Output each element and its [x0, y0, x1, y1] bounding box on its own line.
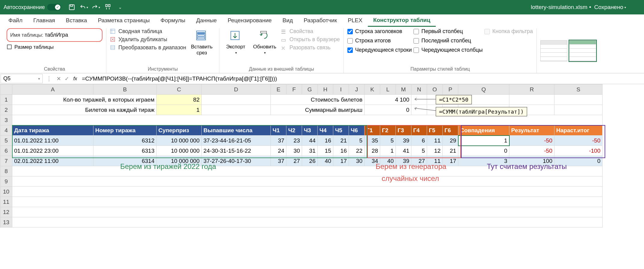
table-header[interactable]: Г5: [427, 125, 443, 136]
cell[interactable]: 31: [302, 146, 318, 156]
row-header[interactable]: 7: [0, 156, 12, 166]
refresh-button[interactable]: Обновить▾: [250, 28, 279, 56]
cell[interactable]: Суммарный выигрыш: [271, 105, 365, 115]
cell[interactable]: 26: [302, 156, 318, 166]
table-header[interactable]: Ч1: [271, 125, 286, 136]
pivot-table-button[interactable]: Сводная таблица: [110, 28, 186, 35]
cell[interactable]: 6313: [93, 146, 157, 156]
last-col-check[interactable]: Последний столбец: [414, 38, 483, 44]
cell[interactable]: Стоимость билетов: [271, 95, 365, 105]
cell[interactable]: 24-30-31-15-16-22: [202, 146, 271, 156]
style-thumb[interactable]: [540, 40, 567, 61]
tab-review[interactable]: Рецензирование: [222, 15, 277, 26]
col-header[interactable]: N: [411, 84, 427, 95]
col-header[interactable]: H: [318, 84, 333, 95]
cell[interactable]: 21: [333, 136, 349, 146]
cell[interactable]: 16: [333, 146, 349, 156]
table-header[interactable]: Г2: [380, 125, 396, 136]
cell[interactable]: 6: [411, 136, 427, 146]
cell[interactable]: 10 000 000: [157, 146, 202, 156]
col-header[interactable]: D: [202, 84, 271, 95]
cell[interactable]: 12: [427, 146, 443, 156]
row-header[interactable]: 11: [0, 197, 12, 207]
table-styles-gallery[interactable]: [540, 28, 596, 73]
row-header[interactable]: 6: [0, 146, 12, 156]
cell[interactable]: 24: [271, 146, 286, 156]
table-header[interactable]: Ч4: [318, 125, 333, 136]
table-header[interactable]: Ч3: [302, 125, 318, 136]
table-header[interactable]: Дата тиража: [12, 125, 93, 136]
cell[interactable]: 41: [396, 146, 411, 156]
cell[interactable]: 15: [318, 146, 333, 156]
cell[interactable]: 44: [302, 136, 318, 146]
cell[interactable]: 6312: [93, 136, 157, 146]
cell[interactable]: 35: [365, 136, 380, 146]
row-header[interactable]: 2: [0, 105, 12, 115]
cell[interactable]: 11: [427, 136, 443, 146]
col-header[interactable]: K: [365, 84, 380, 95]
cell[interactable]: 5: [411, 146, 427, 156]
col-header[interactable]: B: [93, 84, 157, 95]
col-header[interactable]: I: [333, 84, 349, 95]
row-header[interactable]: 5: [0, 136, 12, 146]
row-header[interactable]: 4: [0, 125, 12, 136]
row-header[interactable]: 12: [0, 207, 12, 217]
cell[interactable]: 10 000 000: [157, 136, 202, 146]
row-header[interactable]: 1: [0, 95, 12, 105]
spreadsheet-grid[interactable]: ABCD EFGHIJ KLMNOP QRS 1 Кол-во тиражей,…: [0, 84, 644, 228]
cell[interactable]: 39: [396, 136, 411, 146]
export-button[interactable]: Экспорт▾: [223, 28, 248, 56]
row-header[interactable]: 8: [0, 166, 12, 176]
table-header[interactable]: Номер тиража: [93, 125, 157, 136]
table-header[interactable]: Нараст.итог: [554, 125, 603, 136]
col-header[interactable]: S: [554, 84, 603, 95]
table-header[interactable]: Выпавшие числа: [202, 125, 271, 136]
table-header[interactable]: Ч6: [349, 125, 365, 136]
cell[interactable]: 40: [318, 156, 333, 166]
cell[interactable]: 82: [157, 95, 202, 105]
tab-file[interactable]: Файл: [3, 15, 28, 26]
cell[interactable]: 30: [349, 156, 365, 166]
tab-view[interactable]: Вид: [277, 15, 298, 26]
undo-icon[interactable]: ▾: [80, 3, 88, 11]
tab-table-design[interactable]: Конструктор таблиц: [368, 14, 436, 27]
table-header[interactable]: Ч5: [333, 125, 349, 136]
cell[interactable]: 0: [365, 105, 411, 115]
table-header[interactable]: Результат: [509, 125, 554, 136]
table-header[interactable]: Ч2: [286, 125, 302, 136]
insert-slicer-button[interactable]: Вставить срез: [188, 28, 215, 57]
qat-dropdown-icon[interactable]: ⌄: [116, 3, 124, 11]
cell[interactable]: 30: [286, 146, 302, 156]
col-header[interactable]: F: [286, 84, 302, 95]
cell[interactable]: Кол-во тиражей, в которых играем: [12, 95, 157, 105]
cell[interactable]: [202, 95, 271, 105]
cell-selected[interactable]: 1: [458, 136, 509, 146]
tab-layout[interactable]: Разметка страницы: [93, 15, 155, 26]
cell[interactable]: 02.01.2022 11:00: [12, 156, 93, 166]
tab-developer[interactable]: Разработчик: [298, 15, 342, 26]
touch-mode-icon[interactable]: [104, 3, 112, 11]
table-name-input[interactable]: [45, 31, 99, 39]
confirm-icon[interactable]: ✓: [63, 75, 71, 82]
col-header[interactable]: G: [302, 84, 318, 95]
tab-plex[interactable]: PLEX: [342, 15, 368, 26]
save-icon[interactable]: [68, 3, 76, 11]
row-header[interactable]: 13: [0, 217, 12, 228]
cell[interactable]: 27: [286, 156, 302, 166]
row-header[interactable]: 3: [0, 115, 12, 125]
cell[interactable]: 5: [349, 136, 365, 146]
header-row-check[interactable]: Строка заголовков: [347, 28, 412, 35]
row-header[interactable]: 10: [0, 187, 12, 197]
table-header[interactable]: Г6: [443, 125, 458, 136]
select-all[interactable]: [0, 84, 12, 95]
cell[interactable]: 5: [380, 136, 396, 146]
table-header[interactable]: Совпадения: [458, 125, 509, 136]
col-header[interactable]: P: [443, 84, 458, 95]
cell[interactable]: 1: [157, 105, 202, 115]
cell[interactable]: -100: [554, 146, 603, 156]
table-header[interactable]: Суперприз: [157, 125, 202, 136]
tab-insert[interactable]: Вставка: [60, 15, 93, 26]
fx-icon[interactable]: fx: [71, 76, 79, 81]
resize-table-button[interactable]: Размер таблицы: [7, 44, 102, 50]
tab-data[interactable]: Данные: [191, 15, 222, 26]
